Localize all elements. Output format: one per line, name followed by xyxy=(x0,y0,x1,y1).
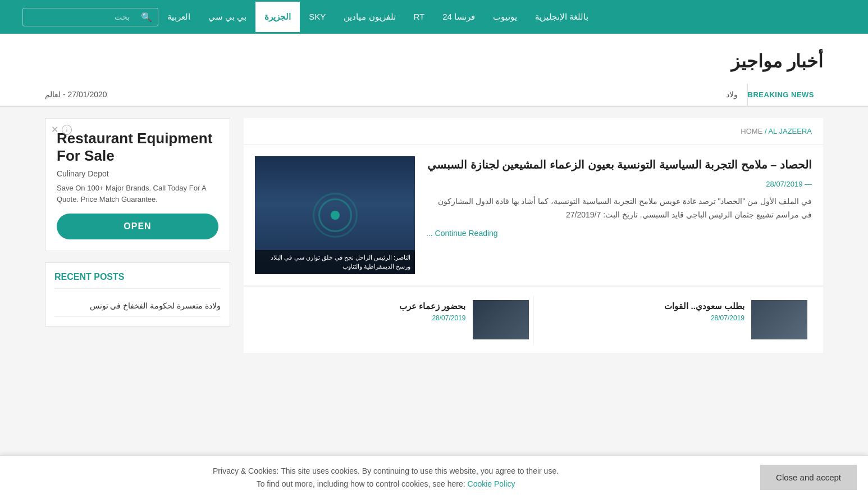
page-header: أخبار مواجيز xyxy=(0,34,868,83)
small-card-title-1: بحضور زعماء عرب xyxy=(399,300,465,312)
search-input[interactable] xyxy=(23,9,135,25)
small-card-image-0 xyxy=(751,300,807,339)
breadcrumb-home[interactable]: HOME xyxy=(741,127,762,135)
article-excerpt: في الملف الأول من "الحصاد" ترصد غادة عوي… xyxy=(426,195,812,222)
breaking-news-date: 27/01/2020 - لعالم xyxy=(45,90,107,99)
spinner-overlay xyxy=(313,193,358,238)
breadcrumb-current: AL JAZEERA xyxy=(768,127,812,135)
small-card-date-0: 28/07/2019 xyxy=(664,314,744,322)
page-title: أخبار مواجيز xyxy=(45,51,823,72)
small-card-1: بحضور زعماء عرب 28/07/2019 xyxy=(255,296,533,344)
sidebar: i ✕ Restaurant EquipmentFor Sale Culinar… xyxy=(45,118,230,326)
article-caption: الناصر: الرئيس الراحل نجح في خلق توازن س… xyxy=(255,250,415,274)
ad-box: i ✕ Restaurant EquipmentFor Sale Culinar… xyxy=(45,118,230,251)
small-card-title-0: بطلب سعودي.. القوات xyxy=(664,300,744,312)
small-cards: بطلب سعودي.. القوات 28/07/2019 بحضور زعم… xyxy=(244,287,823,353)
recent-posts: RECENT POSTS ولادة متعسرة لحكومة الفخفاخ… xyxy=(45,262,230,326)
breadcrumb: HOME / AL JAZEERA xyxy=(244,118,823,145)
main-container: HOME / AL JAZEERA الحصاد – ملامح التجربة… xyxy=(0,107,868,364)
nav-item-english[interactable]: باللغة الإنجليزية xyxy=(526,2,597,32)
ad-close-icon[interactable]: ✕ xyxy=(51,124,58,135)
recent-post-item-0[interactable]: ولادة متعسرة لحكومة الفخفاخ في تونس xyxy=(54,296,221,317)
breaking-news-label: BREAKING NEWS xyxy=(747,84,823,106)
breaking-news-bar: BREAKING NEWS ولاد 27/01/2020 - لعالم xyxy=(0,83,868,107)
article-image: الناصر: الرئيس الراحل نجح في خلق توازن س… xyxy=(255,156,415,274)
small-card-image-1 xyxy=(473,300,529,339)
nav-list: العربية بي بي سي الجزيرة SKY تلفزيون ميا… xyxy=(158,2,857,32)
recent-posts-title: RECENT POSTS xyxy=(54,272,221,289)
nav-item-bbc[interactable]: بي بي سي xyxy=(199,2,255,32)
nav-item-youtube[interactable]: يوتيوب xyxy=(484,2,526,32)
ad-info-icon[interactable]: i xyxy=(62,125,72,135)
search-submit-button[interactable]: 🔍 xyxy=(135,8,158,26)
breaking-news-category: ولاد xyxy=(717,83,747,106)
article-date: 28/07/2019 — xyxy=(426,180,812,188)
main-article: الحصاد – ملامح التجربة السياسية التونسية… xyxy=(244,145,823,287)
ad-open-button[interactable]: OPEN xyxy=(57,214,218,239)
nav-item-france24[interactable]: فرنسا 24 xyxy=(433,2,484,32)
nav-item-arabic[interactable]: العربية xyxy=(158,2,199,32)
article-image-wrap: الناصر: الرئيس الراحل نجح في خلق توازن س… xyxy=(255,156,415,274)
nav-item-sky[interactable]: SKY xyxy=(300,2,335,32)
ad-controls: i ✕ xyxy=(51,124,72,135)
nav-item-aljazeera[interactable]: الجزيرة xyxy=(255,2,300,32)
ad-description: Save On 100+ Major Brands. Call Today Fo… xyxy=(57,183,218,205)
small-card-0: بطلب سعودي.. القوات 28/07/2019 xyxy=(533,296,812,344)
top-navigation: العربية بي بي سي الجزيرة SKY تلفزيون ميا… xyxy=(0,0,868,34)
article-text: الحصاد – ملامح التجربة السياسية التونسية… xyxy=(426,156,812,274)
article-title: الحصاد – ملامح التجربة السياسية التونسية… xyxy=(426,156,812,173)
small-card-date-1: 28/07/2019 xyxy=(399,314,465,322)
ad-subtitle: Culinary Depot xyxy=(57,169,218,178)
content-area: HOME / AL JAZEERA الحصاد – ملامح التجربة… xyxy=(244,118,823,353)
article-content: الحصاد – ملامح التجربة السياسية التونسية… xyxy=(255,156,812,274)
read-more-link[interactable]: Continue Reading ... xyxy=(426,229,498,238)
nav-item-rt[interactable]: RT xyxy=(405,2,434,32)
nav-item-mayadeen[interactable]: تلفزيون ميادين xyxy=(335,2,404,32)
ad-title: Restaurant EquipmentFor Sale xyxy=(57,130,218,165)
search-box[interactable]: 🔍 xyxy=(22,8,158,26)
